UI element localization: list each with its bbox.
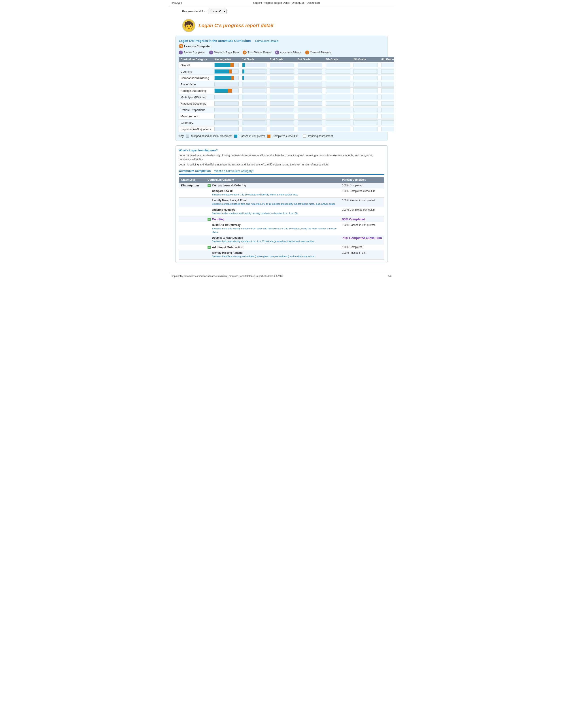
- category-comparison: Comparison&Ordering: [179, 75, 212, 81]
- bar-comparison-1: [240, 75, 268, 81]
- learning-now-header: What's Logan learning now?: [179, 149, 384, 152]
- key-pretest-box: [234, 135, 237, 138]
- category-counting: − Counting: [205, 216, 340, 222]
- footer-bar: https://play.dreambox.com/schools/teache…: [169, 273, 394, 279]
- table-row: Fractions&Decimals: [179, 100, 394, 107]
- main-content: Logan C's Progress in the DreamBox Curri…: [169, 36, 394, 273]
- table-row: Kindergarten − Comparisons & Ordering 10…: [179, 183, 384, 188]
- lessons-badge: 66 Lessons Completed: [179, 44, 211, 48]
- bar-overall-3: [296, 62, 324, 68]
- minus-icon: −: [207, 246, 211, 249]
- category-addingsub: Adding&Subtracting: [179, 88, 212, 94]
- legend-key: Key Skipped based on initial placement P…: [179, 135, 384, 138]
- footer-url: https://play.dreambox.com/schools/teache…: [171, 275, 283, 277]
- key-skipped-text: Skipped based on initial placement: [191, 135, 232, 138]
- key-pretest-text: Passed in unit pretest: [239, 135, 265, 138]
- student-name-title: Logan C's progress report detail: [198, 23, 273, 28]
- student-select[interactable]: Logan C: [208, 9, 226, 14]
- col-k: Kindergarten: [212, 57, 240, 62]
- stat-stories: 1 Stories Completed: [179, 51, 205, 54]
- col-4: 4th Grade: [324, 57, 352, 62]
- table-row: Place Value: [179, 81, 394, 88]
- table-row: Expressions&Equations: [179, 126, 394, 132]
- col-grade-level: Grade Level: [179, 177, 205, 183]
- table-row: − Addition & Subtraction 100% Completed: [179, 244, 384, 250]
- table-row: Multiplying&Dividing: [179, 94, 394, 100]
- stat-tokens-piggy: 3 Tokens in Piggy Bank: [209, 51, 239, 54]
- page-title: Student Progress Report Detail - DreamBo…: [253, 1, 320, 4]
- col-curriculum-category: Curriculum Category: [205, 177, 340, 183]
- category-expressions: Expressions&Equations: [179, 126, 212, 132]
- learning-text-1: Logan is developing understanding of usi…: [179, 153, 384, 161]
- curriculum-header: Logan C's Progress in the DreamBox Curri…: [179, 39, 384, 43]
- table-row: Build 1 to 10 Optimally Students build a…: [179, 222, 384, 235]
- stat-carnival-label: Carnival Rewards: [310, 51, 331, 54]
- key-skipped-box: [186, 135, 189, 138]
- category-placevalue: Place Value: [179, 81, 212, 88]
- bar-overall-6: [380, 62, 394, 68]
- stat-total-tokens: 25 Total Tokens Earned: [242, 51, 271, 54]
- table-row: Identify Missing Addend Students identif…: [179, 250, 384, 259]
- curriculum-title: Logan C's Progress in the DreamBox Curri…: [179, 39, 250, 43]
- learning-text-2: Logan is building and identifying number…: [179, 163, 384, 167]
- avatar: 🧒: [182, 19, 195, 32]
- percent-counting: 95% Completed: [340, 216, 384, 222]
- empty-right: [391, 1, 392, 4]
- date-label: 8/7/2014: [171, 1, 182, 4]
- col-5: 5th Grade: [352, 57, 380, 62]
- subitem-missing-addend: Identify Missing Addend Students identif…: [205, 250, 340, 259]
- table-row: Identify More, Less, & Equal Students co…: [179, 198, 384, 207]
- table-row: Geometry: [179, 120, 394, 126]
- top-bar: 8/7/2014 Student Progress Report Detail …: [169, 0, 394, 6]
- percent-missing-addend: 100% Passed in unit: [340, 250, 384, 259]
- table-row: Ratios&Proportions: [179, 107, 394, 113]
- minus-icon: −: [207, 218, 211, 221]
- stat-tokens-piggy-label: Tokens in Piggy Bank: [214, 51, 239, 54]
- percent-ordering: 100% Completed curriculum: [340, 207, 384, 216]
- student-header: 🧒 Logan C's progress report detail: [169, 17, 394, 36]
- stat-carnival: 1 Carnival Rewards: [305, 51, 331, 54]
- category-overall: Overall: [179, 62, 212, 68]
- key-completed-text: Completed curriculum: [273, 135, 299, 138]
- col-6: 6th Grade: [380, 57, 394, 62]
- subitem-identify-more: Identify More, Less, & Equal Students co…: [205, 198, 340, 207]
- percent-addition: 100% Completed: [340, 244, 384, 250]
- curriculum-details-link[interactable]: Curriculum Details: [255, 39, 278, 43]
- table-row: Doubles & Near Doubles Students build an…: [179, 235, 384, 244]
- table-row: Adding&Subtracting: [179, 88, 394, 94]
- key-pending-box: [303, 135, 306, 138]
- table-row: Compare 1 to 10 Students compare sets of…: [179, 188, 384, 198]
- percent-doubles: 75% Completed curriculum: [340, 235, 384, 244]
- bar-overall-2: [268, 62, 296, 68]
- curriculum-box: Logan C's Progress in the DreamBox Curri…: [175, 36, 388, 141]
- bar-overall-5: [352, 62, 380, 68]
- col-percent: Percent Completed: [340, 177, 384, 183]
- stat-stories-label: Stories Completed: [184, 51, 205, 54]
- progress-table: Curriculum Category Kindergarten 1st Gra…: [179, 57, 394, 132]
- table-row: Measurement: [179, 113, 394, 120]
- tab-whats-curriculum[interactable]: What's a Curriculum Category?: [214, 169, 254, 173]
- category-measurement: Measurement: [179, 113, 212, 120]
- subitem-doubles: Doubles & Near Doubles Students build an…: [205, 235, 340, 244]
- key-completed-box: [267, 135, 270, 138]
- bar-comparison-k: [212, 75, 240, 81]
- key-pending-text: Pending assessment: [308, 135, 333, 138]
- stat-total-tokens-label: Total Tokens Earned: [247, 51, 271, 54]
- subitem-build110: Build 1 to 10 Optimally Students build a…: [205, 222, 340, 235]
- stat-badges: 66 Lessons Completed: [179, 44, 384, 48]
- table-row: Overall: [179, 62, 394, 68]
- grade-kindergarten: Kindergarten: [179, 183, 205, 188]
- lessons-count-badge: 66: [179, 44, 183, 48]
- category-fractions: Fractions&Decimals: [179, 100, 212, 107]
- progress-for-label: Progress detail for:: [182, 10, 206, 13]
- table-row: − Counting 95% Completed: [179, 216, 384, 222]
- subitem-compare110: Compare 1 to 10 Students compare sets of…: [205, 188, 340, 198]
- subitem-ordering-numbers: Ordering Numbers Students order numbers …: [205, 207, 340, 216]
- tab-curriculum-completion[interactable]: Curriculum Completion: [179, 169, 211, 173]
- table-row: Ordering Numbers Students order numbers …: [179, 207, 384, 216]
- category-addition: − Addition & Subtraction: [205, 244, 340, 250]
- table-row: Counting: [179, 68, 394, 75]
- bar-overall-4: [324, 62, 352, 68]
- category-counting: Counting: [179, 68, 212, 75]
- percent-compare110: 100% Completed curriculum: [340, 188, 384, 198]
